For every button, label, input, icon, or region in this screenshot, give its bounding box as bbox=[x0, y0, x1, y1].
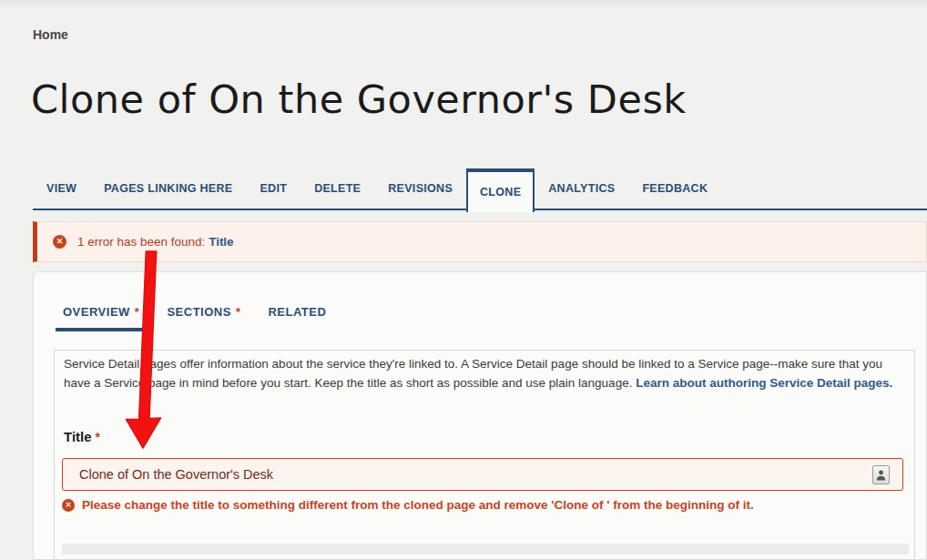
tab-delete[interactable]: DELETE bbox=[301, 168, 374, 209]
autofill-contact-icon[interactable] bbox=[872, 465, 890, 484]
error-x-circle-icon: ✕ bbox=[62, 499, 75, 512]
window-top-edge bbox=[0, 0, 927, 9]
tab-related[interactable]: RELATED bbox=[260, 301, 333, 331]
form-tab-bar: OVERVIEW* SECTIONS* RELATED bbox=[56, 301, 346, 331]
required-asterisk: * bbox=[96, 430, 100, 444]
tab-clone[interactable]: CLONE bbox=[466, 168, 535, 212]
alert-message: 1 error has been found: Title bbox=[77, 235, 234, 249]
authoring-help-link[interactable]: Learn about authoring Service Detail pag… bbox=[636, 376, 892, 390]
tab-feedback[interactable]: FEEDBACK bbox=[628, 168, 721, 209]
tab-overview[interactable]: OVERVIEW* bbox=[56, 301, 147, 331]
title-error-text: Please change the title to something dif… bbox=[82, 498, 754, 512]
tab-revisions[interactable]: REVISIONS bbox=[374, 168, 466, 209]
title-input[interactable] bbox=[62, 458, 903, 491]
page-title: Clone of On the Governor's Desk bbox=[31, 76, 687, 122]
required-asterisk: * bbox=[236, 305, 241, 319]
overview-fieldset: Service Detail pages offer information a… bbox=[54, 350, 915, 560]
tab-related-label: RELATED bbox=[268, 305, 326, 319]
tab-edit[interactable]: EDIT bbox=[246, 168, 301, 209]
tab-sections-label: SECTIONS bbox=[167, 305, 230, 319]
tab-view[interactable]: VIEW bbox=[33, 168, 90, 209]
breadcrumb-home-link[interactable]: Home bbox=[33, 27, 68, 42]
tab-overview-label: OVERVIEW bbox=[63, 305, 130, 319]
tab-pages-linking-here[interactable]: PAGES LINKING HERE bbox=[90, 168, 246, 209]
tab-sections[interactable]: SECTIONS* bbox=[159, 301, 248, 331]
error-x-circle-icon: ✕ bbox=[53, 235, 66, 249]
form-description: Service Detail pages offer information a… bbox=[64, 354, 912, 392]
next-field-bar bbox=[62, 544, 909, 555]
primary-tab-bar: VIEW PAGES LINKING HERE EDIT DELETE REVI… bbox=[33, 168, 927, 210]
content-panel: OVERVIEW* SECTIONS* RELATED Service Deta… bbox=[33, 271, 927, 560]
person-card-glyph bbox=[876, 469, 886, 482]
alert-title-link[interactable]: Title bbox=[209, 235, 234, 249]
title-field-error: ✕ Please change the title to something d… bbox=[62, 498, 754, 512]
required-asterisk: * bbox=[135, 305, 140, 319]
error-alert-banner: ✕ 1 error has been found: Title bbox=[33, 221, 927, 262]
tab-analytics[interactable]: ANALYTICS bbox=[535, 168, 628, 209]
alert-message-text: 1 error has been found: bbox=[77, 235, 205, 249]
title-label-text: Title bbox=[64, 429, 92, 444]
title-field-label: Title* bbox=[64, 429, 100, 444]
